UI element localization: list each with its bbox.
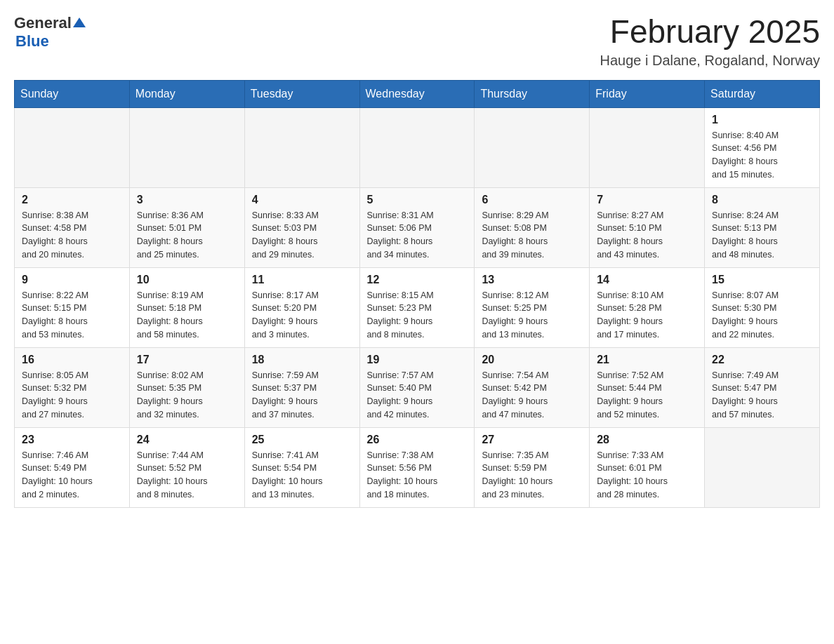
day-number: 4 bbox=[252, 194, 352, 206]
day-number: 20 bbox=[482, 354, 582, 366]
day-number: 10 bbox=[137, 274, 237, 286]
day-number: 13 bbox=[482, 274, 582, 286]
calendar-week-row: 1Sunrise: 8:40 AMSunset: 4:56 PMDaylight… bbox=[15, 107, 820, 187]
calendar-cell: 17Sunrise: 8:02 AMSunset: 5:35 PMDayligh… bbox=[129, 347, 244, 427]
day-number: 26 bbox=[367, 434, 468, 446]
day-info: Sunrise: 8:29 AMSunset: 5:08 PMDaylight:… bbox=[482, 209, 582, 262]
day-info: Sunrise: 7:46 AMSunset: 5:49 PMDaylight:… bbox=[22, 449, 122, 502]
day-info: Sunrise: 8:27 AMSunset: 5:10 PMDaylight:… bbox=[597, 209, 697, 262]
calendar-cell: 26Sunrise: 7:38 AMSunset: 5:56 PMDayligh… bbox=[359, 427, 475, 507]
day-info: Sunrise: 7:54 AMSunset: 5:42 PMDaylight:… bbox=[482, 369, 582, 422]
logo: General Blue bbox=[14, 14, 86, 51]
day-info: Sunrise: 7:38 AMSunset: 5:56 PMDaylight:… bbox=[367, 449, 468, 502]
day-info: Sunrise: 7:59 AMSunset: 5:37 PMDaylight:… bbox=[252, 369, 352, 422]
day-info: Sunrise: 8:15 AMSunset: 5:23 PMDaylight:… bbox=[367, 289, 468, 342]
day-info: Sunrise: 7:41 AMSunset: 5:54 PMDaylight:… bbox=[252, 449, 352, 502]
day-number: 8 bbox=[712, 194, 812, 206]
day-info: Sunrise: 8:24 AMSunset: 5:13 PMDaylight:… bbox=[712, 209, 812, 262]
day-info: Sunrise: 8:22 AMSunset: 5:15 PMDaylight:… bbox=[22, 289, 122, 342]
day-number: 21 bbox=[597, 354, 697, 366]
logo-blue-text: Blue bbox=[15, 32, 49, 51]
calendar-cell: 28Sunrise: 7:33 AMSunset: 6:01 PMDayligh… bbox=[590, 427, 705, 507]
day-info: Sunrise: 8:07 AMSunset: 5:30 PMDaylight:… bbox=[712, 289, 812, 342]
calendar-cell bbox=[129, 107, 244, 187]
calendar-cell: 13Sunrise: 8:12 AMSunset: 5:25 PMDayligh… bbox=[475, 267, 590, 347]
weekday-header-wednesday: Wednesday bbox=[359, 80, 475, 107]
calendar-cell: 23Sunrise: 7:46 AMSunset: 5:49 PMDayligh… bbox=[15, 427, 130, 507]
day-info: Sunrise: 7:33 AMSunset: 6:01 PMDaylight:… bbox=[597, 449, 697, 502]
calendar-cell bbox=[359, 107, 475, 187]
calendar-cell bbox=[705, 427, 820, 507]
calendar-cell: 22Sunrise: 7:49 AMSunset: 5:47 PMDayligh… bbox=[705, 347, 820, 427]
month-title: February 2025 bbox=[600, 14, 820, 50]
day-info: Sunrise: 7:44 AMSunset: 5:52 PMDaylight:… bbox=[137, 449, 237, 502]
day-number: 25 bbox=[252, 434, 352, 446]
calendar-cell: 21Sunrise: 7:52 AMSunset: 5:44 PMDayligh… bbox=[590, 347, 705, 427]
day-info: Sunrise: 8:38 AMSunset: 4:58 PMDaylight:… bbox=[22, 209, 122, 262]
calendar-cell: 4Sunrise: 8:33 AMSunset: 5:03 PMDaylight… bbox=[244, 187, 359, 267]
day-number: 7 bbox=[597, 194, 697, 206]
day-number: 9 bbox=[22, 274, 122, 286]
day-number: 1 bbox=[712, 114, 812, 126]
day-info: Sunrise: 7:57 AMSunset: 5:40 PMDaylight:… bbox=[367, 369, 468, 422]
day-number: 6 bbox=[482, 194, 582, 206]
day-info: Sunrise: 8:36 AMSunset: 5:01 PMDaylight:… bbox=[137, 209, 237, 262]
calendar-cell: 9Sunrise: 8:22 AMSunset: 5:15 PMDaylight… bbox=[15, 267, 130, 347]
calendar-cell: 10Sunrise: 8:19 AMSunset: 5:18 PMDayligh… bbox=[129, 267, 244, 347]
logo-general-text: General bbox=[14, 14, 72, 32]
day-info: Sunrise: 8:12 AMSunset: 5:25 PMDaylight:… bbox=[482, 289, 582, 342]
calendar-cell bbox=[244, 107, 359, 187]
day-info: Sunrise: 8:05 AMSunset: 5:32 PMDaylight:… bbox=[22, 369, 122, 422]
calendar-cell: 11Sunrise: 8:17 AMSunset: 5:20 PMDayligh… bbox=[244, 267, 359, 347]
day-number: 11 bbox=[252, 274, 352, 286]
day-number: 23 bbox=[22, 434, 122, 446]
calendar-cell: 5Sunrise: 8:31 AMSunset: 5:06 PMDaylight… bbox=[359, 187, 475, 267]
calendar-cell: 1Sunrise: 8:40 AMSunset: 4:56 PMDaylight… bbox=[705, 107, 820, 187]
day-info: Sunrise: 7:35 AMSunset: 5:59 PMDaylight:… bbox=[482, 449, 582, 502]
calendar-week-row: 9Sunrise: 8:22 AMSunset: 5:15 PMDaylight… bbox=[15, 267, 820, 347]
day-number: 5 bbox=[367, 194, 468, 206]
calendar-week-row: 16Sunrise: 8:05 AMSunset: 5:32 PMDayligh… bbox=[15, 347, 820, 427]
day-number: 17 bbox=[137, 354, 237, 366]
day-info: Sunrise: 8:31 AMSunset: 5:06 PMDaylight:… bbox=[367, 209, 468, 262]
calendar-cell: 16Sunrise: 8:05 AMSunset: 5:32 PMDayligh… bbox=[15, 347, 130, 427]
page-header: General Blue February 2025 Hauge i Dalan… bbox=[14, 14, 820, 69]
day-number: 15 bbox=[712, 274, 812, 286]
weekday-header-saturday: Saturday bbox=[705, 80, 820, 107]
day-info: Sunrise: 7:52 AMSunset: 5:44 PMDaylight:… bbox=[597, 369, 697, 422]
calendar-cell: 15Sunrise: 8:07 AMSunset: 5:30 PMDayligh… bbox=[705, 267, 820, 347]
logo-triangle-icon bbox=[73, 18, 86, 27]
day-number: 22 bbox=[712, 354, 812, 366]
day-info: Sunrise: 8:02 AMSunset: 5:35 PMDaylight:… bbox=[137, 369, 237, 422]
day-info: Sunrise: 8:17 AMSunset: 5:20 PMDaylight:… bbox=[252, 289, 352, 342]
calendar-cell: 20Sunrise: 7:54 AMSunset: 5:42 PMDayligh… bbox=[475, 347, 590, 427]
calendar-table: SundayMondayTuesdayWednesdayThursdayFrid… bbox=[14, 80, 820, 508]
calendar-cell: 19Sunrise: 7:57 AMSunset: 5:40 PMDayligh… bbox=[359, 347, 475, 427]
day-info: Sunrise: 8:19 AMSunset: 5:18 PMDaylight:… bbox=[137, 289, 237, 342]
day-number: 16 bbox=[22, 354, 122, 366]
day-number: 24 bbox=[137, 434, 237, 446]
weekday-header-tuesday: Tuesday bbox=[244, 80, 359, 107]
day-number: 18 bbox=[252, 354, 352, 366]
calendar-cell: 8Sunrise: 8:24 AMSunset: 5:13 PMDaylight… bbox=[705, 187, 820, 267]
weekday-header-sunday: Sunday bbox=[15, 80, 130, 107]
day-number: 14 bbox=[597, 274, 697, 286]
day-info: Sunrise: 8:33 AMSunset: 5:03 PMDaylight:… bbox=[252, 209, 352, 262]
day-number: 12 bbox=[367, 274, 468, 286]
calendar-cell bbox=[590, 107, 705, 187]
calendar-cell: 27Sunrise: 7:35 AMSunset: 5:59 PMDayligh… bbox=[475, 427, 590, 507]
calendar-cell: 25Sunrise: 7:41 AMSunset: 5:54 PMDayligh… bbox=[244, 427, 359, 507]
weekday-header-thursday: Thursday bbox=[475, 80, 590, 107]
calendar-week-row: 23Sunrise: 7:46 AMSunset: 5:49 PMDayligh… bbox=[15, 427, 820, 507]
calendar-cell: 6Sunrise: 8:29 AMSunset: 5:08 PMDaylight… bbox=[475, 187, 590, 267]
title-section: February 2025 Hauge i Dalane, Rogaland, … bbox=[600, 14, 820, 69]
calendar-cell bbox=[475, 107, 590, 187]
location-title: Hauge i Dalane, Rogaland, Norway bbox=[600, 53, 820, 69]
calendar-cell: 2Sunrise: 8:38 AMSunset: 4:58 PMDaylight… bbox=[15, 187, 130, 267]
day-info: Sunrise: 7:49 AMSunset: 5:47 PMDaylight:… bbox=[712, 369, 812, 422]
calendar-cell: 7Sunrise: 8:27 AMSunset: 5:10 PMDaylight… bbox=[590, 187, 705, 267]
weekday-header-monday: Monday bbox=[129, 80, 244, 107]
calendar-week-row: 2Sunrise: 8:38 AMSunset: 4:58 PMDaylight… bbox=[15, 187, 820, 267]
day-number: 19 bbox=[367, 354, 468, 366]
day-number: 28 bbox=[597, 434, 697, 446]
